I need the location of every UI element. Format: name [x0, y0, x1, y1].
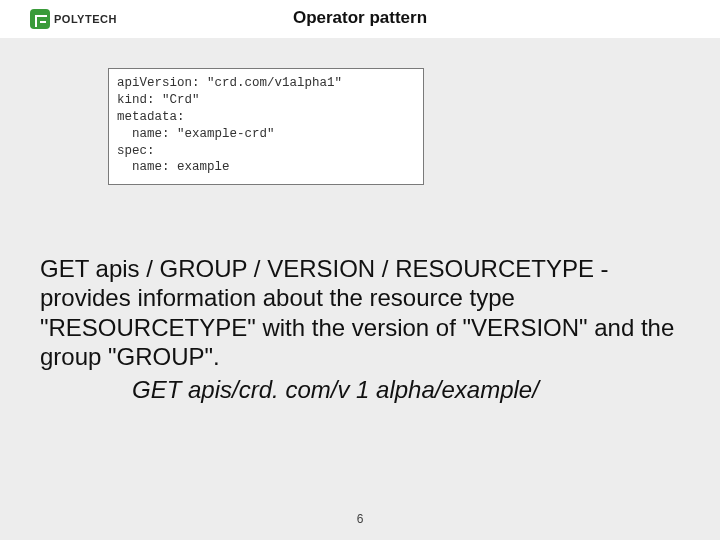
- body-example: GET apis/crd. com/v 1 alpha/example/: [40, 375, 680, 404]
- page-number: 6: [0, 512, 720, 526]
- slide: POLYTECH Operator pattern apiVersion: "c…: [0, 0, 720, 540]
- body-text: GET apis / GROUP / VERSION / RESOURCETYP…: [40, 254, 680, 404]
- code-block: apiVersion: "crd.com/v1alpha1" kind: "Cr…: [108, 68, 424, 185]
- slide-title: Operator pattern: [0, 8, 720, 28]
- body-paragraph: GET apis / GROUP / VERSION / RESOURCETYP…: [40, 255, 674, 370]
